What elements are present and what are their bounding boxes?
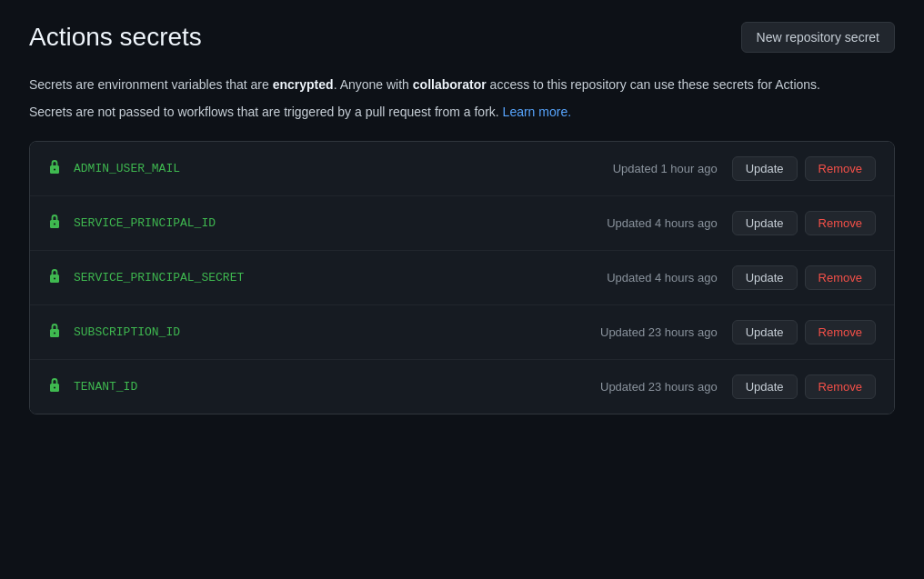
encrypted-bold: encrypted [273,77,334,92]
update-button[interactable]: Update [732,374,798,399]
secret-actions: Update Remove [732,374,876,399]
updated-time: Updated 23 hours ago [563,380,718,394]
table-row: SERVICE_PRINCIPAL_ID Updated 4 hours ago… [30,196,894,251]
updated-time: Updated 4 hours ago [563,216,718,230]
page-title: Actions secrets [29,23,202,52]
remove-button[interactable]: Remove [805,211,876,235]
description-text: Secrets are environment variables that a… [29,75,895,123]
lock-icon [48,159,61,177]
remove-button[interactable]: Remove [805,156,876,181]
remove-button[interactable]: Remove [805,374,876,399]
update-button[interactable]: Update [732,211,798,235]
svg-point-9 [54,387,55,389]
lock-icon [48,214,61,232]
updated-time: Updated 4 hours ago [563,271,718,285]
description-line1: Secrets are environment variables that a… [29,75,895,95]
secret-name: SERVICE_PRINCIPAL_SECRET [74,271,563,285]
table-row: TENANT_ID Updated 23 hours ago Update Re… [30,360,894,414]
svg-point-7 [54,333,55,334]
update-button[interactable]: Update [732,320,798,344]
update-button[interactable]: Update [732,156,798,181]
secret-name: ADMIN_USER_MAIL [74,162,563,175]
updated-time: Updated 23 hours ago [563,325,718,339]
remove-button[interactable]: Remove [805,320,876,344]
svg-point-3 [54,224,55,225]
table-row: ADMIN_USER_MAIL Updated 1 hour ago Updat… [30,142,894,196]
lock-icon [48,377,61,395]
update-button[interactable]: Update [732,265,798,290]
page-header: Actions secrets New repository secret [29,22,895,53]
table-row: SERVICE_PRINCIPAL_SECRET Updated 4 hours… [30,251,894,305]
collaborator-bold: collaborator [413,77,487,92]
secret-name: SUBSCRIPTION_ID [74,325,563,339]
lock-icon [48,268,61,286]
secret-actions: Update Remove [732,156,876,181]
table-row: SUBSCRIPTION_ID Updated 23 hours ago Upd… [30,305,894,360]
secret-actions: Update Remove [732,320,876,344]
secret-name: SERVICE_PRINCIPAL_ID [74,216,563,230]
description-line2: Secrets are not passed to workflows that… [29,102,895,122]
remove-button[interactable]: Remove [805,265,876,290]
secret-actions: Update Remove [732,265,876,290]
learn-more-link[interactable]: Learn more. [503,105,571,119]
secrets-table: ADMIN_USER_MAIL Updated 1 hour ago Updat… [29,141,895,414]
updated-time: Updated 1 hour ago [563,162,718,175]
new-repository-secret-button[interactable]: New repository secret [741,22,895,53]
svg-point-5 [54,278,55,280]
secret-actions: Update Remove [732,211,876,235]
svg-point-1 [54,169,55,171]
lock-icon [48,323,61,341]
secret-name: TENANT_ID [74,380,563,394]
